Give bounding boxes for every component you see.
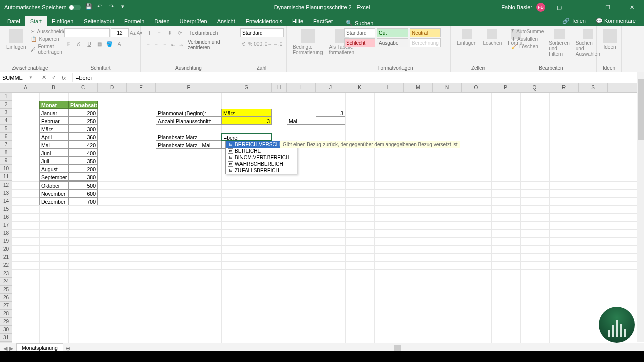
inc-decimal-icon[interactable]: .0→ xyxy=(263,39,272,48)
name-box[interactable]: SUMME▼ xyxy=(0,75,35,81)
share-button[interactable]: 🔗 Teilen xyxy=(558,17,590,25)
col-header-P[interactable]: P xyxy=(491,83,520,92)
paste-button[interactable]: Einfügen xyxy=(4,28,28,64)
cell-C12[interactable]: 500 xyxy=(68,181,98,189)
cell-B12[interactable]: Oktober xyxy=(39,181,68,189)
row-header-25[interactable]: 25 xyxy=(0,286,12,294)
row-header-10[interactable]: 10 xyxy=(0,165,12,173)
col-header-B[interactable]: B xyxy=(39,83,68,92)
italic-button[interactable]: K xyxy=(74,39,84,48)
row-header-28[interactable]: 28 xyxy=(0,310,12,318)
align-middle-icon[interactable]: ≡ xyxy=(155,28,164,37)
cell-C11[interactable]: 380 xyxy=(68,173,98,181)
cell-B6[interactable]: April xyxy=(39,133,68,141)
row-header-24[interactable]: 24 xyxy=(0,278,12,286)
cell-B13[interactable]: November xyxy=(39,189,68,197)
cell-B3[interactable]: Januar xyxy=(39,109,68,117)
col-header-C[interactable]: C xyxy=(68,83,98,92)
cell-B8[interactable]: Juni xyxy=(39,149,68,157)
cell-C5[interactable]: 300 xyxy=(68,125,98,133)
row-header-18[interactable]: 18 xyxy=(0,229,12,237)
tab-einfuegen[interactable]: Einfügen xyxy=(47,16,78,26)
col-header-D[interactable]: D xyxy=(98,83,127,92)
comments-button[interactable]: 💬 Kommentare xyxy=(592,17,640,25)
col-header-A[interactable]: A xyxy=(12,83,39,92)
thousands-icon[interactable]: 000 xyxy=(254,39,262,48)
sheet-nav-prev-icon[interactable]: ◀ xyxy=(3,345,7,351)
row-header-13[interactable]: 13 xyxy=(0,189,12,197)
autocomplete-item-2[interactable]: fxBINOM.VERT.BEREICH xyxy=(226,154,297,161)
row-header-32[interactable]: 32 xyxy=(0,342,12,343)
col-header-F[interactable]: F xyxy=(156,83,221,92)
row-header-2[interactable]: 2 xyxy=(0,101,12,109)
select-all-corner[interactable] xyxy=(0,83,12,92)
style-gut[interactable]: Gut xyxy=(377,28,408,37)
autocomplete-item-3[interactable]: fxWAHRSCHBEREICH xyxy=(226,161,297,167)
row-header-22[interactable]: 22 xyxy=(0,261,12,269)
col-header-O[interactable]: O xyxy=(462,83,491,92)
border-button[interactable]: ▦ xyxy=(95,39,104,48)
row-header-11[interactable]: 11 xyxy=(0,173,12,181)
cell-G3[interactable]: März xyxy=(221,109,272,117)
sheet-nav-next-icon[interactable]: ▶ xyxy=(9,345,13,351)
tab-entwicklertools[interactable]: Entwicklertools xyxy=(240,16,287,26)
search-label[interactable]: Suchen xyxy=(355,20,373,26)
cell-J3[interactable]: 3 xyxy=(316,109,345,117)
font-color-button[interactable]: A xyxy=(115,39,124,48)
maximize-icon[interactable]: ☐ xyxy=(598,0,618,14)
row-header-12[interactable]: 12 xyxy=(0,181,12,189)
tab-factset[interactable]: FactSet xyxy=(308,16,338,26)
underline-button[interactable]: U xyxy=(85,39,94,48)
col-header-J[interactable]: J xyxy=(316,83,345,92)
row-header-1[interactable]: 1 xyxy=(0,93,12,101)
dec-decimal-icon[interactable]: ←.0 xyxy=(273,39,282,48)
cell-B9[interactable]: Juli xyxy=(39,157,68,165)
cell-B11[interactable]: September xyxy=(39,173,68,181)
cell-C6[interactable]: 360 xyxy=(68,133,98,141)
bold-button[interactable]: F xyxy=(64,39,73,48)
tab-ansicht[interactable]: Ansicht xyxy=(212,16,240,26)
autosum-button[interactable]: Σ AutoSumme xyxy=(510,28,545,35)
cell-B7[interactable]: Mai xyxy=(39,141,68,149)
align-right-icon[interactable]: ≡ xyxy=(161,40,168,49)
cell-I4[interactable]: Mai xyxy=(287,117,345,125)
row-header-21[interactable]: 21 xyxy=(0,253,12,261)
cell-C8[interactable]: 400 xyxy=(68,149,98,157)
cell-C7[interactable]: 420 xyxy=(68,141,98,149)
row-header-6[interactable]: 6 xyxy=(0,133,12,141)
fx-icon[interactable]: fx xyxy=(59,73,68,82)
autocomplete-item-1[interactable]: fxBEREICHE xyxy=(226,148,297,154)
ideas-button[interactable]: Ideen xyxy=(601,28,619,64)
tab-ueberpruefen[interactable]: Überprüfen xyxy=(175,16,212,26)
delete-cells-button[interactable]: Löschen xyxy=(480,28,504,64)
search-icon[interactable]: 🔍 xyxy=(346,20,353,26)
col-header-G[interactable]: G xyxy=(221,83,272,92)
cell-C13[interactable]: 600 xyxy=(68,189,98,197)
wrap-text-button[interactable]: Textumbruch xyxy=(189,30,218,36)
cell-C2[interactable]: Planabsatz xyxy=(68,101,98,109)
cell-B5[interactable]: März xyxy=(39,125,68,133)
cell-B10[interactable]: August xyxy=(39,165,68,173)
row-header-7[interactable]: 7 xyxy=(0,141,12,149)
percent-icon[interactable]: % xyxy=(247,39,253,48)
col-header-K[interactable]: K xyxy=(345,83,374,92)
formula-input[interactable]: =berei xyxy=(73,75,644,81)
cell-C10[interactable]: 200 xyxy=(68,165,98,173)
autocomplete-item-4[interactable]: fxZUFALLSBEREICH xyxy=(226,167,297,174)
col-header-R[interactable]: R xyxy=(549,83,579,92)
cell-B2[interactable]: Monat xyxy=(39,101,68,109)
user-name[interactable]: Fabio Basler xyxy=(501,4,532,10)
tab-hilfe[interactable]: Hilfe xyxy=(287,16,308,26)
conditional-format-button[interactable]: Bedingte Formatierung xyxy=(291,28,325,70)
row-header-9[interactable]: 9 xyxy=(0,157,12,165)
cell-B4[interactable]: Februar xyxy=(39,117,68,125)
align-bottom-icon[interactable]: ⬇ xyxy=(165,28,174,37)
close-icon[interactable]: ✕ xyxy=(622,0,642,14)
minimize-icon[interactable]: — xyxy=(574,0,594,14)
ribbon-display-icon[interactable]: ▢ xyxy=(549,0,570,14)
cell-F6[interactable]: Planabsatz März xyxy=(156,133,221,141)
undo-icon[interactable]: ↶ xyxy=(97,3,105,11)
qat-more-icon[interactable]: ▾ xyxy=(121,3,129,11)
add-sheet-button[interactable]: ⊕ xyxy=(63,345,73,351)
cell-B14[interactable]: Dezember xyxy=(39,197,68,205)
